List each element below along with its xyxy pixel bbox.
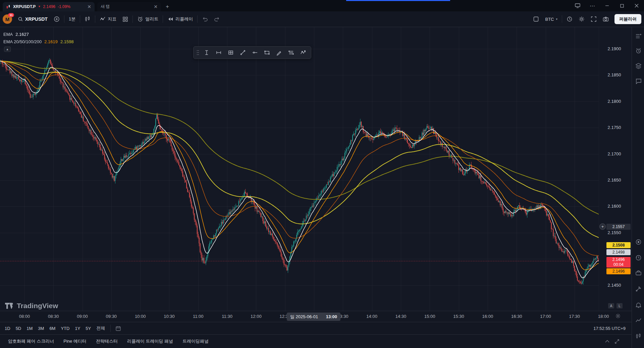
horizontal-line-tool[interactable]: [213, 48, 224, 58]
bottom-tab-list: 암호화폐 페어 스크리너Pine 에디터전략테스터리플레이 트레이딩 패널트레이…: [3, 336, 213, 346]
pattern-tool[interactable]: [298, 48, 309, 58]
rectangle-tool[interactable]: [261, 48, 273, 58]
axis-settings-button[interactable]: [615, 313, 621, 319]
legend-ema-multi[interactable]: EMA 20/50/100/200 2.1619 2.1598: [3, 38, 74, 45]
time-axis[interactable]: 08:0008:3009:0009:3010:0010:3011:0011:30…: [0, 311, 632, 322]
expand-icon[interactable]: [614, 339, 620, 344]
go-to-date-button[interactable]: [115, 326, 121, 331]
symbol-search-button[interactable]: XRPUSDT: [15, 13, 51, 25]
redo-button[interactable]: [211, 13, 223, 25]
tab-close-icon[interactable]: ✕: [87, 4, 91, 9]
alarm-icon[interactable]: [634, 47, 642, 55]
new-tab-button[interactable]: +: [163, 2, 172, 11]
indicators-button[interactable]: 지표: [97, 13, 119, 25]
compare-currency-button[interactable]: BTC▾: [542, 13, 560, 25]
chart-settings-button[interactable]: [576, 13, 588, 25]
snapshot-camera-icon: [603, 16, 609, 22]
log-scale-button[interactable]: L: [616, 303, 623, 308]
tab-xrpusdt[interactable]: XRPUSDT.P ▼ 2.1496 -1.09% ✕: [3, 2, 95, 11]
time-tick: 15:00: [424, 314, 435, 319]
tab-new[interactable]: 새 탭 ✕: [97, 2, 161, 11]
tools-icon[interactable]: [634, 285, 642, 293]
tab-label: 새 탭: [101, 4, 110, 9]
range-button-1M[interactable]: 1M: [24, 325, 35, 332]
tab-close-icon[interactable]: ✕: [154, 4, 158, 9]
candle-chart-icon[interactable]: [634, 332, 642, 340]
range-button-5D[interactable]: 5D: [13, 325, 24, 332]
add-symbol-button[interactable]: [51, 13, 63, 25]
time-tick: 16:00: [482, 314, 493, 319]
favorite-drawing-toolbar: [193, 46, 311, 59]
range-button-6M[interactable]: 6M: [47, 325, 58, 332]
time-tick: 09:00: [77, 314, 88, 319]
indicator-legend: EMA 2.1627 EMA 20/50/100/200 2.1619 2.15…: [3, 30, 74, 45]
time-tick: 08:00: [19, 314, 30, 319]
trend-chart-icon[interactable]: [634, 316, 642, 324]
indicator-templates-button[interactable]: [119, 13, 131, 25]
watchlist-icon[interactable]: [634, 32, 642, 40]
chevron-up-icon[interactable]: [605, 340, 610, 343]
range-buttons: 1D5D1M3M6MYTD1Y5Y전체: [2, 324, 108, 333]
range-button-YTD[interactable]: YTD: [58, 325, 72, 332]
bottom-tab-2[interactable]: 전략테스터: [91, 336, 122, 346]
chart-style-button[interactable]: [82, 13, 94, 25]
time-tick: 15:30: [453, 314, 464, 319]
fullscreen-button[interactable]: [588, 13, 600, 25]
add-alert-plus-icon[interactable]: +: [599, 223, 606, 230]
market-hours-button[interactable]: [564, 13, 576, 25]
layout-select-button[interactable]: [530, 13, 542, 25]
layers-icon[interactable]: [634, 62, 642, 70]
cast-icon[interactable]: [570, 0, 585, 11]
legend-collapse-button[interactable]: ▲: [4, 47, 11, 52]
trend-line-tool[interactable]: [237, 48, 249, 58]
range-button-1Y[interactable]: 1Y: [72, 325, 83, 332]
target-icon[interactable]: [634, 238, 642, 246]
user-menu-button[interactable]: M 11: [3, 14, 12, 24]
brush-tool[interactable]: [273, 48, 285, 58]
alert-button[interactable]: 얼리트: [134, 13, 161, 25]
price-tick: 2.1450: [599, 283, 630, 288]
fib-retracement-tool[interactable]: [285, 48, 297, 58]
publish-button[interactable]: 퍼블리쉬: [614, 14, 641, 24]
tradingview-window: XRPUSDT.P ▼ 2.1496 -1.09% ✕ 새 탭 ✕ + ⋯ M …: [0, 0, 644, 348]
range-button-전체[interactable]: 전체: [94, 324, 108, 333]
minimize-icon[interactable]: [600, 0, 614, 11]
price-axis[interactable]: 2.19002.18502.18002.17502.17002.16502.16…: [599, 27, 632, 311]
candlestick-chart-canvas[interactable]: [0, 27, 599, 311]
snapshot-button[interactable]: [600, 13, 612, 25]
more-icon[interactable]: ⋯: [585, 0, 600, 11]
history-icon[interactable]: [634, 254, 642, 262]
undo-button[interactable]: [199, 13, 211, 25]
indicator-price-label: 2.1496: [606, 268, 631, 274]
bottom-tab-0[interactable]: 암호화폐 페어 스크리너: [3, 336, 59, 346]
legend-ema[interactable]: EMA 2.1627: [3, 30, 74, 38]
interval-button[interactable]: 1분: [66, 13, 78, 25]
tab-favicon-icon: [6, 4, 11, 9]
text-note-tool[interactable]: [201, 48, 212, 58]
price-tick: 2.1750: [599, 125, 630, 130]
range-button-5Y[interactable]: 5Y: [83, 325, 94, 332]
auto-scale-button[interactable]: A: [608, 303, 614, 308]
chat-icon[interactable]: [634, 77, 642, 85]
replay-button[interactable]: 리플레이: [164, 13, 196, 25]
range-button-1D[interactable]: 1D: [2, 325, 13, 332]
chevron-down-icon: ▾: [556, 17, 557, 21]
range-button-3M[interactable]: 3M: [35, 325, 47, 332]
time-tick: 14:30: [395, 314, 407, 319]
tradingview-watermark: TradingView: [5, 302, 58, 310]
bottom-tab-1[interactable]: Pine 에디터: [59, 336, 91, 346]
tab-price: 2.1496: [43, 4, 55, 9]
bottom-tab-4[interactable]: 트레이딩패널: [178, 336, 213, 346]
date-price-range-tool[interactable]: [225, 48, 236, 58]
time-tick: 11:00: [193, 314, 204, 319]
bell-icon[interactable]: [634, 301, 642, 309]
horizontal-ray-tool[interactable]: [249, 48, 261, 58]
drag-handle[interactable]: [196, 48, 200, 58]
maximize-icon[interactable]: [614, 0, 629, 11]
timezone-clock[interactable]: 17:52:55 UTC+9: [593, 326, 630, 331]
bottom-tab-3[interactable]: 리플레이 트레이딩 패널: [122, 336, 178, 346]
replay-icon: [167, 16, 173, 22]
briefcase-icon[interactable]: [634, 269, 642, 277]
chart-pane[interactable]: EMA 2.1627 EMA 20/50/100/200 2.1619 2.15…: [0, 27, 599, 311]
close-icon[interactable]: [629, 0, 644, 11]
